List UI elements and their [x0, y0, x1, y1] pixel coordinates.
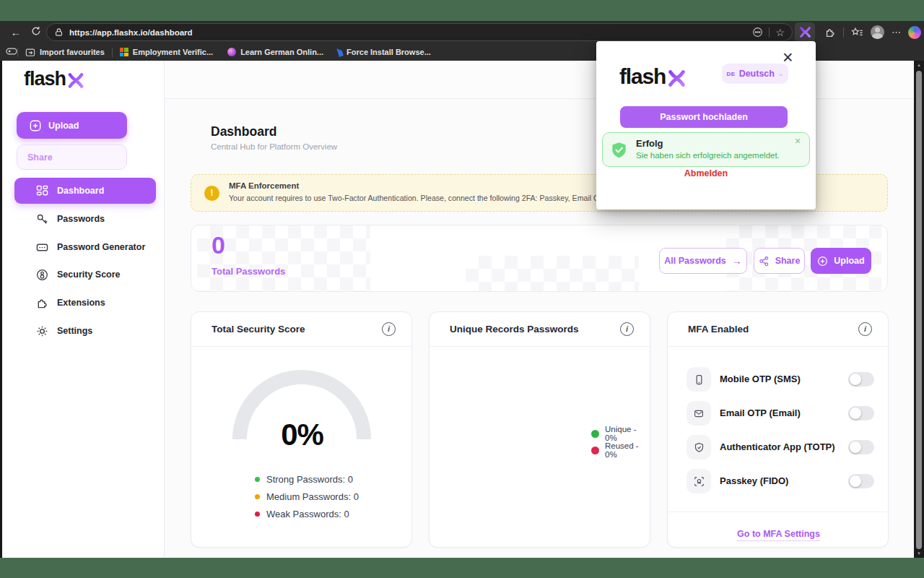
divider: [112, 48, 113, 57]
passkey-toggle[interactable]: [848, 474, 874, 488]
green-dot-icon: [255, 477, 260, 482]
alert-close-icon[interactable]: ×: [795, 135, 801, 147]
card-title: Total Security Score: [212, 324, 305, 335]
go-to-mfa-settings-link[interactable]: Go to MFA Settings: [737, 529, 820, 541]
info-icon[interactable]: i: [620, 322, 634, 336]
total-passwords-card: 0 Total Passwords All Passwords → Share …: [191, 225, 888, 292]
score-value: 0%: [191, 418, 413, 452]
window-edge: [0, 61, 2, 558]
sidebar-item-passwords[interactable]: Passwords: [14, 206, 156, 232]
divider: [769, 27, 770, 38]
flashx-extension-icon[interactable]: [795, 22, 815, 42]
mfa-row-email-otp: Email OTP (Email): [668, 400, 889, 428]
mfa-row-label: Passkey (FIDO): [720, 475, 788, 486]
card-title: MFA Enabled: [688, 324, 749, 335]
info-icon[interactable]: i: [858, 322, 872, 336]
share-label: Share: [27, 152, 53, 163]
email-otp-toggle[interactable]: [848, 406, 874, 420]
warning-icon: !: [204, 186, 219, 201]
legend-weak: Weak Passwords: 0: [255, 509, 349, 519]
sidebar-item-label: Dashboard: [57, 186, 104, 196]
password-upload-button[interactable]: Passwort hochladen: [620, 106, 788, 128]
scroll-up-icon[interactable]: ▲: [914, 63, 924, 67]
page-scrollbar[interactable]: ▲ ▼: [914, 61, 924, 558]
browser-menu-icon[interactable]: ⋯: [892, 27, 901, 38]
sidebar-item-security-score[interactable]: Security Score: [14, 262, 156, 288]
security-score-icon: [36, 269, 48, 281]
legend-label: Medium Passwords: 0: [266, 491, 359, 502]
site-permissions-icon[interactable]: [752, 27, 763, 38]
scrollbar-thumb[interactable]: [916, 71, 922, 549]
sidebar-item-label: Settings: [57, 326, 92, 336]
page-subtitle: Central Hub for Platform Overview: [211, 142, 337, 151]
mobile-otp-toggle[interactable]: [848, 372, 874, 387]
bookmark-label: Employment Verific...: [133, 48, 213, 56]
legend-medium: Medium Passwords: 0: [255, 491, 359, 502]
language-label: Deutsch: [739, 69, 775, 79]
logo-x-icon: [67, 73, 84, 88]
card-header: MFA Enabled i: [668, 312, 888, 347]
upload-label: Upload: [48, 121, 79, 131]
all-passwords-label: All Passwords: [664, 256, 725, 266]
puzzle-icon: [36, 297, 48, 309]
logo-text: flash: [24, 69, 66, 89]
address-bar[interactable]: https://app.flashx.io/dashboard ☆: [46, 23, 793, 41]
sidebar: flash Upload Share Dashboard Passwords P…: [2, 61, 165, 558]
sidebar-item-label: Security Score: [57, 269, 121, 280]
sidebar-upload-button[interactable]: Upload: [17, 112, 127, 139]
bookmark-force-install[interactable]: Force Install Browse...: [338, 48, 431, 56]
mfa-row-authenticator: Authenticator App (TOTP): [668, 434, 889, 462]
sidebar-item-password-generator[interactable]: Password Generator: [14, 234, 156, 260]
language-code: DE: [727, 71, 736, 77]
plus-circle-icon: [817, 256, 828, 267]
sidebar-item-label: Extensions: [57, 298, 105, 308]
scroll-down-icon[interactable]: ▼: [914, 551, 924, 556]
desktop: ← https://app.flashx.io/dashboard ☆ ⋯: [0, 0, 924, 578]
authenticator-toggle[interactable]: [848, 440, 874, 454]
share-button[interactable]: Share: [754, 248, 805, 274]
shield-check-icon: [687, 435, 711, 460]
logo-x-icon: [667, 70, 687, 87]
mfa-row-label: Email OTP (Email): [720, 407, 801, 418]
favorite-star-icon[interactable]: ☆: [775, 27, 785, 38]
dashboard-grid-icon: [36, 185, 48, 197]
browser-profile-avatar[interactable]: [871, 25, 884, 39]
total-security-score-card: Total Security Score i 0% Strong Passwor…: [191, 311, 412, 548]
upload-button[interactable]: Upload: [811, 248, 871, 274]
card-header: Total Security Score i: [191, 312, 411, 347]
legend-unique: Unique - 0%: [591, 425, 650, 442]
bookmark-learn-german[interactable]: Learn German Onlin...: [227, 48, 323, 56]
import-favourites-icon: [25, 48, 35, 57]
sidebar-item-settings[interactable]: Settings: [14, 318, 156, 344]
mfa-enabled-card: MFA Enabled i Mobile OTP (SMS) Email OTP…: [667, 311, 889, 548]
all-passwords-button[interactable]: All Passwords →: [659, 248, 747, 274]
copilot-icon[interactable]: [908, 26, 921, 39]
red-dot-icon: [591, 447, 599, 454]
card-title: Unique Records Passwords: [450, 324, 579, 335]
card-header: Unique Records Passwords i: [430, 312, 650, 347]
sidebar-item-dashboard[interactable]: Dashboard: [14, 178, 156, 204]
bookmark-employment[interactable]: Employment Verific...: [120, 48, 213, 56]
bookmark-import-favourites[interactable]: Import favourites: [25, 48, 105, 57]
banner-title: MFA Enforcement: [229, 181, 299, 190]
bookmark-label: Learn German Onlin...: [240, 48, 323, 56]
force-install-icon: [336, 47, 343, 56]
legend-label: Reused - 0%: [605, 441, 650, 459]
reload-icon[interactable]: [26, 26, 46, 38]
sidebar-item-extensions[interactable]: Extensions: [14, 290, 156, 316]
back-icon[interactable]: ←: [6, 26, 26, 38]
tab-actions-icon[interactable]: [6, 46, 17, 58]
logo-text: flash: [619, 66, 666, 87]
popup-flashx-logo: flash: [619, 66, 687, 87]
success-alert: Erfolg Sie haben sich erfolgreich angeme…: [602, 132, 810, 167]
url-text: https://app.flashx.io/dashboard: [69, 28, 752, 37]
upload-label: Upload: [834, 256, 864, 266]
logout-link[interactable]: Abmelden: [596, 168, 816, 178]
sidebar-share-button[interactable]: Share: [17, 144, 127, 170]
passkey-fingerprint-icon: [687, 469, 711, 493]
mobile-phone-icon: [687, 367, 711, 392]
language-selector[interactable]: DE Deutsch ⌄: [722, 64, 788, 84]
collections-icon[interactable]: [851, 27, 863, 38]
extensions-icon[interactable]: [824, 27, 836, 38]
info-icon[interactable]: i: [382, 322, 396, 336]
